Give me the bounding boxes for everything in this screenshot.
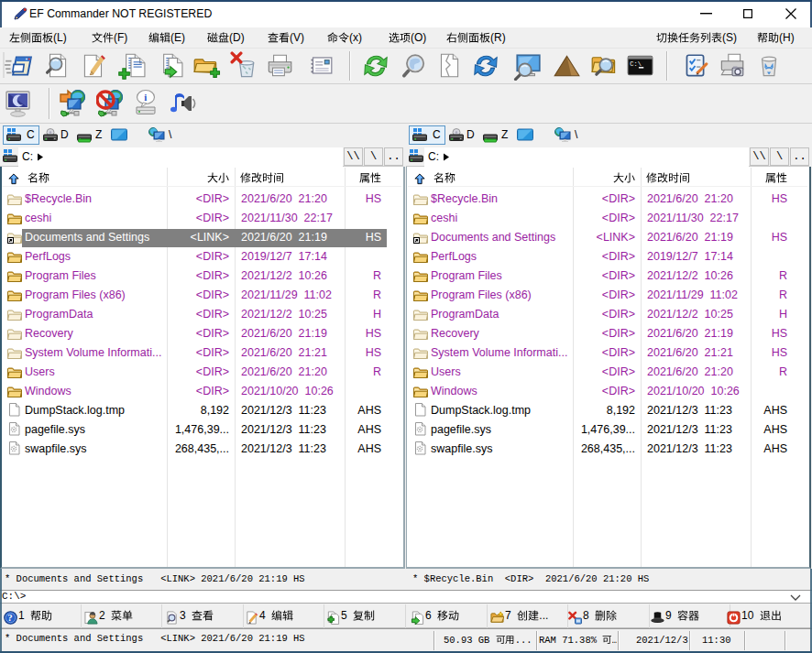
svg-text:i: i: [144, 92, 147, 103]
svg-text:C:\: C:\: [630, 60, 641, 68]
svg-text:?: ?: [7, 612, 12, 623]
